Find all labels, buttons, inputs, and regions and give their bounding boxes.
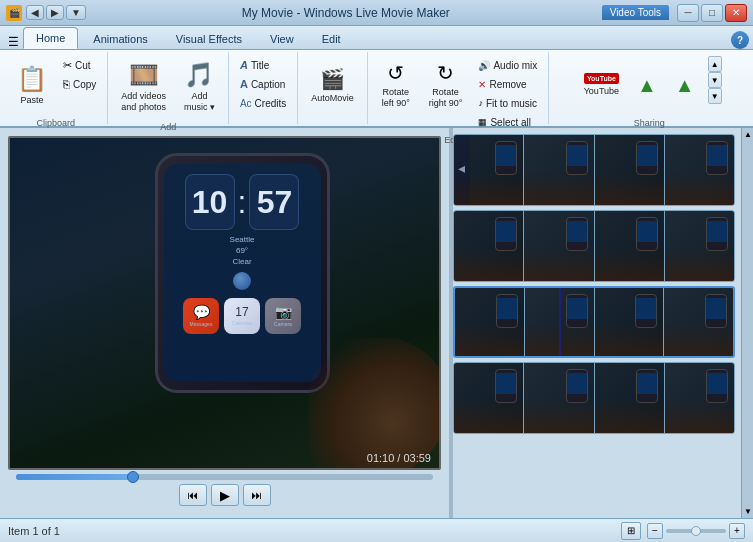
copy-button[interactable]: ⎘ Copy: [58, 75, 101, 93]
minimize-button[interactable]: ─: [677, 4, 699, 22]
zoom-out-button[interactable]: −: [647, 523, 663, 539]
paste-button[interactable]: 📋 Paste: [10, 56, 54, 114]
scroll-mid-button[interactable]: ▼: [708, 72, 722, 88]
app-icons-row: 💬 Messages 17 Calendar 📷 Camera: [183, 298, 301, 334]
clip-frame-1-2: [524, 135, 594, 205]
titles-content: A Title A Caption Ac Credits: [235, 54, 291, 114]
close-button[interactable]: ✕: [725, 4, 747, 22]
share-button-2[interactable]: ▲: [668, 56, 702, 114]
caption-button[interactable]: A Caption: [235, 75, 291, 93]
tab-home[interactable]: Home: [23, 27, 78, 49]
progress-thumb[interactable]: [127, 471, 139, 483]
select-all-label: Select all: [490, 117, 531, 128]
nav-back-button[interactable]: ◀: [26, 5, 44, 20]
clip-strip-2[interactable]: [453, 210, 735, 282]
rotate-right-icon: ↻: [437, 61, 454, 85]
timeline-scrollbar[interactable]: ▲ ▼: [741, 128, 753, 518]
window-title: My Movie - Windows Live Movie Maker: [90, 6, 602, 20]
title-bar: 🎬 ◀ ▶ ▼ My Movie - Windows Live Movie Ma…: [0, 0, 753, 26]
status-bar: Item 1 of 1 ⊞ − +: [0, 518, 753, 542]
sharing-label: Sharing: [634, 118, 665, 128]
maximize-button[interactable]: □: [701, 4, 723, 22]
nav-forward-button[interactable]: ▶: [46, 5, 64, 20]
add-music-label: Addmusic ▾: [184, 91, 215, 113]
tab-edit[interactable]: Edit: [309, 27, 354, 49]
rotate-left-icon: ↻: [387, 61, 404, 85]
zoom-in-button[interactable]: +: [729, 523, 745, 539]
audio-mix-button[interactable]: 🔊 Audio mix: [473, 56, 542, 74]
automovie-icon: 🎬: [320, 67, 345, 91]
phone-body: 10 : 57 Seattle69°Clear 💬 Messages: [155, 153, 330, 393]
automovie-button[interactable]: 🎬 AutoMovie: [304, 56, 361, 114]
clipboard-content: 📋 Paste ✂ Cut ⎘ Copy: [10, 54, 101, 116]
rewind-icon: ⏮: [187, 489, 198, 501]
add-music-button[interactable]: 🎵 Addmusic ▾: [177, 56, 222, 118]
scroll-up-button[interactable]: ▲: [708, 56, 722, 72]
clip-strip-3[interactable]: [453, 286, 735, 358]
clip-frame-3-4: [664, 288, 733, 356]
timeline-scroll-up[interactable]: ▲: [744, 130, 751, 139]
zoom-thumb[interactable]: [691, 526, 701, 536]
clip-frame-2-4: [665, 211, 734, 281]
title-button[interactable]: A Title: [235, 56, 291, 74]
weather-display: Seattle69°Clear: [230, 234, 255, 268]
calendar-label: Calendar: [232, 320, 252, 326]
clip-frame-1-4: [665, 135, 734, 205]
clip-frame-4-1: [454, 363, 524, 433]
share-icon-2: ▲: [675, 74, 695, 97]
sharing-group: YouTube YouTube ▲ ▲ ▲ ▼ ▼ Sharing: [549, 52, 749, 124]
rotate-left-label: Rotateleft 90°: [382, 87, 410, 109]
zoom-track[interactable]: [666, 529, 726, 533]
clock-colon: :: [238, 174, 247, 230]
title-label: Title: [251, 60, 270, 71]
title-bar-left: 🎬 ◀ ▶ ▼ My Movie - Windows Live Movie Ma…: [6, 5, 602, 21]
select-all-icon: ▦: [478, 117, 487, 127]
caption-icon: A: [240, 78, 248, 90]
clip-frame-4-3: [595, 363, 665, 433]
play-icon: ▶: [220, 488, 230, 503]
credits-icon: Ac: [240, 98, 252, 109]
youtube-button[interactable]: YouTube YouTube: [577, 56, 626, 114]
clip-strip-4[interactable]: [453, 362, 735, 434]
status-right: ⊞ − +: [621, 522, 745, 540]
rotate-right-button[interactable]: ↻ Rotateright 90°: [422, 56, 470, 114]
help-button[interactable]: ?: [731, 31, 749, 49]
automovie-content: 🎬 AutoMovie: [304, 54, 361, 116]
tab-view[interactable]: View: [257, 27, 307, 49]
clip-strip-1[interactable]: ▶: [453, 134, 735, 206]
cut-button[interactable]: ✂ Cut: [58, 56, 101, 74]
rotate-right-label: Rotateright 90°: [429, 87, 463, 109]
add-videos-button[interactable]: 🎞️ Add videosand photos: [114, 56, 173, 118]
phone-screen: 10 : 57 Seattle69°Clear 💬 Messages: [164, 164, 321, 382]
scroll-down-button[interactable]: ▼: [708, 88, 722, 104]
rewind-button[interactable]: ⏮: [179, 484, 207, 506]
progress-bar[interactable]: [16, 474, 433, 480]
fit-to-music-button[interactable]: ♪ Fit to music: [473, 94, 542, 112]
sharing-content: YouTube YouTube ▲ ▲ ▲ ▼ ▼: [577, 54, 722, 116]
tab-visual-effects[interactable]: Visual Effects: [163, 27, 255, 49]
remove-button[interactable]: ✕ Remove: [473, 75, 542, 93]
youtube-icon: YouTube: [584, 73, 619, 84]
nav-down-button[interactable]: ▼: [66, 5, 86, 20]
ribbon: 📋 Paste ✂ Cut ⎘ Copy Clipboard 🎞️ Add vi…: [0, 50, 753, 128]
storyboard-view-button[interactable]: ⊞: [621, 522, 641, 540]
clip-frame-4-2: [524, 363, 594, 433]
messages-app-icon: 💬 Messages: [183, 298, 219, 334]
share-button-1[interactable]: ▲: [630, 56, 664, 114]
share-icon-1: ▲: [637, 74, 657, 97]
add-group: 🎞️ Add videosand photos 🎵 Addmusic ▾ Add: [108, 52, 229, 124]
ribbon-scroll: ▲ ▼ ▼: [708, 56, 722, 104]
editing-content: ↻ Rotateleft 90° ↻ Rotateright 90° 🔊 Aud…: [374, 54, 543, 133]
messages-label: Messages: [190, 321, 213, 327]
forward-button[interactable]: ⏭: [243, 484, 271, 506]
add-content: 🎞️ Add videosand photos 🎵 Addmusic ▾: [114, 54, 222, 120]
credits-button[interactable]: Ac Credits: [235, 94, 291, 112]
select-all-button[interactable]: ▦ Select all: [473, 113, 542, 131]
timeline-scroll-down[interactable]: ▼: [744, 507, 751, 516]
camera-app-icon: 📷 Camera: [265, 298, 301, 334]
clock-minute: 57: [249, 174, 299, 230]
calendar-app-icon: 17 Calendar: [224, 298, 260, 334]
play-button[interactable]: ▶: [211, 484, 239, 506]
tab-animations[interactable]: Animations: [80, 27, 160, 49]
rotate-left-button[interactable]: ↻ Rotateleft 90°: [374, 56, 418, 114]
